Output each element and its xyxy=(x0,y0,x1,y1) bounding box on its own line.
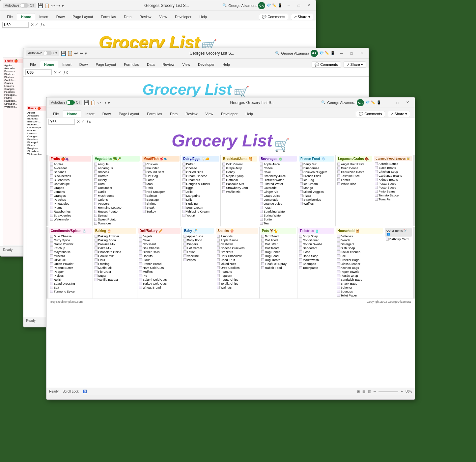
comments-btn-2[interactable]: 💬 Comments xyxy=(312,62,341,68)
autosave-toggle-2[interactable] xyxy=(43,51,52,55)
ribbon-1: File Home Insert Draw Page Layout Formul… xyxy=(0,11,316,20)
meat-section: Meat/Fish 🥩🐟 Chicken Flounder Ground Bee… xyxy=(141,155,181,226)
tab-developer-2[interactable]: Developer xyxy=(194,61,218,68)
user-badge-1: 🔍 George Alzamora GA 💎 ✏️ 📱 xyxy=(222,2,282,9)
view-normal-3[interactable]: ⊞ xyxy=(357,390,360,393)
item-cantaloupe: Cantaloupe xyxy=(49,182,91,186)
tab-insert-1[interactable]: Insert xyxy=(35,13,52,20)
ribbon-tabs-1: File Home Insert Draw Page Layout Formul… xyxy=(0,11,316,20)
tab-data-2[interactable]: Data xyxy=(143,61,158,68)
tab-view-3[interactable]: View xyxy=(201,111,217,117)
minimize-btn-2[interactable]: ─ xyxy=(337,50,346,57)
window-controls-2[interactable]: ─ □ ✕ xyxy=(337,50,366,57)
tab-developer-3[interactable]: Developer xyxy=(217,111,241,117)
window-title-3: Georges Grocery List S... xyxy=(185,100,319,105)
user-avatar-1: GA xyxy=(258,2,265,9)
beverages-items: Apple Juice Coffee Coke Cranberry Juice … xyxy=(259,162,297,225)
tab-file-1[interactable]: File xyxy=(3,13,17,20)
dairy-col-header: Dairy/Eggs 🥛🧀 xyxy=(182,156,219,162)
zoom-level-3: 80% xyxy=(406,390,412,393)
tab-developer-1[interactable]: Developer xyxy=(171,13,195,20)
tab-help-3[interactable]: Help xyxy=(241,111,257,117)
beverages-col-header: Beverages 🧃 xyxy=(259,156,297,162)
tab-view-2[interactable]: View xyxy=(178,61,194,68)
comments-btn-1[interactable]: 💬 Comments xyxy=(259,14,288,20)
household-section: Household 🧺 Batteries Bleach Detergent D… xyxy=(335,227,384,298)
view-break-3[interactable]: ▥ xyxy=(368,390,371,393)
canned-col-header: Canned Food/Sauces 🥫 xyxy=(374,156,412,161)
minimize-btn-1[interactable]: ─ xyxy=(284,2,294,9)
zoom-minus-3[interactable]: ─ xyxy=(374,390,376,393)
tab-review-1[interactable]: Review xyxy=(135,13,155,20)
tab-formulas-2[interactable]: Formulas xyxy=(120,61,143,68)
toiletries-section: Toiletries 🧴 Body Soap Conditioner Cotto… xyxy=(297,227,335,298)
cell-ref-input-1[interactable] xyxy=(2,22,29,28)
share-btn-1[interactable]: ↗ Share ▾ xyxy=(291,14,313,20)
zoom-plus-3[interactable]: + xyxy=(401,390,403,393)
tab-data-1[interactable]: Data xyxy=(120,13,135,20)
tab-pagelayout-2[interactable]: Page Layout xyxy=(92,61,120,68)
baby-col-header: Baby 🍼 xyxy=(183,228,214,234)
snacks-items: Almonds Apple Sauce Cashews Cheese Crack… xyxy=(216,234,258,290)
formula-icons-1: ✕ ✓ xyxy=(31,22,38,27)
baking-section: Baking 🎂 Baking Powder Baking Soda Brown… xyxy=(93,227,137,298)
item-blackberries: Blackberries xyxy=(49,174,91,178)
close-btn-3[interactable]: ✕ xyxy=(403,99,412,106)
tab-pagelayout-3[interactable]: Page Layout xyxy=(115,111,143,117)
tab-view-1[interactable]: View xyxy=(155,13,171,20)
condiments-items-3: Blue Cheese Curry Spice Garlic Powder Ke… xyxy=(49,234,92,294)
comments-btn-3[interactable]: 💬 Comments xyxy=(356,111,385,117)
frozen-col-header: Frozen Food ❄️ xyxy=(299,156,334,162)
zoom-slider-3[interactable] xyxy=(378,391,398,392)
tab-draw-2[interactable]: Draw xyxy=(75,61,92,68)
household-items: Batteries Bleach Detergent Dish Soap Fac… xyxy=(336,234,383,297)
tab-home-2[interactable]: Home xyxy=(40,61,59,68)
tab-draw-1[interactable]: Draw xyxy=(52,13,69,20)
view-page-3[interactable]: ▤ xyxy=(362,390,365,393)
user-avatar-3: GA xyxy=(357,99,364,106)
vegetables-col-header: Vegetables 🥦🥕 xyxy=(94,156,140,162)
tab-home-3[interactable]: Home xyxy=(63,110,82,117)
tab-formulas-1[interactable]: Formulas xyxy=(97,13,120,20)
tab-help-1[interactable]: Help xyxy=(195,13,211,20)
tab-draw-3[interactable]: Draw xyxy=(98,111,115,117)
user-badge-2: 🔍 George Alzamora GA 💎 ✏️ 📱 xyxy=(275,50,335,57)
cell-ref-input-3[interactable] xyxy=(48,119,75,125)
meat-items: Chicken Flounder Ground Beef Hot Dog Lam… xyxy=(142,162,180,214)
window-controls-1[interactable]: ─ □ ✕ xyxy=(284,2,313,9)
other-col-header: Other Items ✂️👥 xyxy=(385,228,412,237)
maximize-btn-2[interactable]: □ xyxy=(347,50,356,57)
tab-data-3[interactable]: Data xyxy=(166,111,182,117)
autosave-toggle-3[interactable] xyxy=(66,100,75,105)
tab-insert-3[interactable]: Insert xyxy=(81,111,98,117)
tab-review-3[interactable]: Review xyxy=(182,111,201,117)
minimize-btn-3[interactable]: ─ xyxy=(383,99,392,106)
tab-formulas-3[interactable]: Formulas xyxy=(143,111,166,117)
share-btn-3[interactable]: ↗ Share ▾ xyxy=(388,111,410,117)
tab-help-2[interactable]: Help xyxy=(218,61,234,68)
autosave-toggle-1[interactable] xyxy=(20,3,29,8)
tab-insert-2[interactable]: Insert xyxy=(58,61,75,68)
tab-review-2[interactable]: Review xyxy=(158,61,178,68)
baby-section: Baby 🍼 Apple Juice Baby Food Diapers Hot… xyxy=(182,227,215,298)
tab-file-2[interactable]: File xyxy=(26,61,40,68)
cell-ref-input-2[interactable] xyxy=(25,69,52,75)
window-controls-3[interactable]: ─ □ ✕ xyxy=(383,99,412,106)
canned-section: Canned Food/Sauces 🥫 Alfredo Sauce Black… xyxy=(373,155,413,226)
close-btn-1[interactable]: ✕ xyxy=(304,2,313,9)
tab-home-1[interactable]: Home xyxy=(17,13,36,20)
maximize-btn-3[interactable]: □ xyxy=(393,99,402,106)
tab-pagelayout-1[interactable]: Page Layout xyxy=(69,13,97,20)
legumes-col-header: Legumes/Grains 🫘 xyxy=(337,156,372,162)
formula-input-3[interactable] xyxy=(93,119,413,124)
formula-input-2[interactable] xyxy=(70,70,367,75)
item-peaches: Peaches xyxy=(49,198,91,202)
formula-bar-1: ✕ ✓ ƒx xyxy=(0,20,316,29)
share-btn-2[interactable]: ↗ Share ▾ xyxy=(344,62,366,68)
excel-window-3[interactable]: AutoSave Off 💾 📋 ↩ ↪ ▾ Georges Grocery L… xyxy=(46,97,415,400)
tab-file-3[interactable]: File xyxy=(49,111,63,117)
sheet-header-3: Grocery List 🛒 xyxy=(46,126,415,155)
close-btn-2[interactable]: ✕ xyxy=(357,50,366,57)
formula-input-1[interactable] xyxy=(47,22,314,27)
maximize-btn-1[interactable]: □ xyxy=(294,2,303,9)
